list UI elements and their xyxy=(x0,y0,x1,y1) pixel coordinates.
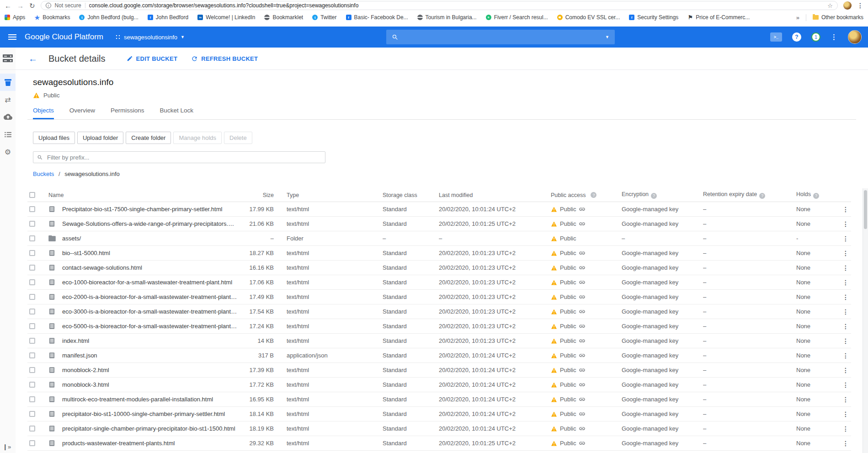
help-icon[interactable] xyxy=(759,193,765,199)
hamburger-menu-icon[interactable] xyxy=(8,34,16,40)
row-menu-button[interactable]: ⋮ xyxy=(840,220,851,228)
object-name-link[interactable]: eco-5000-is-a-bioreactor-for-a-small-was… xyxy=(62,323,237,330)
row-menu-button[interactable]: ⋮ xyxy=(840,425,851,432)
row-menu-button[interactable]: ⋮ xyxy=(840,323,851,330)
row-checkbox[interactable] xyxy=(27,323,48,329)
public-link-icon[interactable] xyxy=(579,308,586,315)
public-link-icon[interactable] xyxy=(579,206,586,213)
public-link-icon[interactable] xyxy=(579,410,586,417)
public-link-icon[interactable] xyxy=(579,425,586,432)
object-name-link[interactable]: contact-sewage-solutions.html xyxy=(62,264,237,271)
row-checkbox[interactable] xyxy=(27,352,48,358)
bookmark-star-icon[interactable]: ☆ xyxy=(827,2,833,9)
search-dropdown-icon[interactable]: ▼ xyxy=(605,35,609,39)
row-checkbox[interactable] xyxy=(27,250,48,256)
row-checkbox[interactable] xyxy=(27,338,48,344)
bookmark-item[interactable]: Price of E-Commerc... xyxy=(687,14,750,21)
filter-input[interactable] xyxy=(46,154,321,161)
gcp-more-menu-icon[interactable]: ⋮ xyxy=(831,33,838,41)
public-link-icon[interactable] xyxy=(579,440,586,447)
help-icon[interactable] xyxy=(591,192,596,198)
object-name-link[interactable]: precipitator-bio-st1-10000-single-chambe… xyxy=(62,410,237,417)
project-selector[interactable]: sewagesolutionsinfo ▼ xyxy=(115,34,185,41)
upload-files-button[interactable]: Upload files xyxy=(33,132,75,144)
row-checkbox[interactable] xyxy=(27,309,48,314)
bookmark-item[interactable]: John Bedford xyxy=(148,14,188,21)
bookmark-item[interactable]: Tourism in Bulgaria... xyxy=(417,14,477,21)
row-menu-button[interactable]: ⋮ xyxy=(840,337,851,345)
row-menu-button[interactable]: ⋮ xyxy=(840,308,851,315)
row-checkbox[interactable] xyxy=(27,382,48,388)
bookmark-item[interactable]: Security Settings xyxy=(629,14,678,21)
row-menu-button[interactable]: ⋮ xyxy=(840,250,851,257)
object-name-link[interactable]: bio--st1-5000.html xyxy=(62,250,237,256)
row-checkbox[interactable] xyxy=(27,279,48,285)
public-link-icon[interactable] xyxy=(579,250,586,256)
back-arrow-icon[interactable]: ← xyxy=(28,53,37,64)
object-name-link[interactable]: eco-1000-bioreactor-for-a-small-wastewat… xyxy=(62,279,237,286)
row-checkbox[interactable] xyxy=(27,294,48,300)
tab-overview[interactable]: Overview xyxy=(69,107,95,119)
sidebar-item-settings[interactable]: ⚙ xyxy=(0,143,16,160)
select-all-checkbox[interactable] xyxy=(27,192,48,198)
browser-menu-icon[interactable]: ⋮ xyxy=(857,2,863,9)
public-link-icon[interactable] xyxy=(579,352,586,359)
sidebar-item-jobs[interactable] xyxy=(0,126,16,143)
public-link-icon[interactable] xyxy=(579,367,586,373)
row-menu-button[interactable]: ⋮ xyxy=(840,410,851,418)
row-menu-button[interactable]: ⋮ xyxy=(840,367,851,374)
bookmark-item[interactable]: Twitter xyxy=(312,14,336,21)
row-checkbox[interactable] xyxy=(27,235,48,241)
gcp-product-name[interactable]: Google Cloud Platform xyxy=(25,32,103,42)
sidebar-item-transfer[interactable]: ⇄ xyxy=(0,91,16,108)
cloud-shell-icon[interactable] xyxy=(770,32,782,42)
bookmark-item[interactable]: Basic- Facebook De... xyxy=(346,14,408,21)
bookmark-item[interactable]: Comodo EV SSL cer... xyxy=(557,14,620,21)
account-avatar[interactable] xyxy=(848,30,862,44)
info-icon[interactable] xyxy=(46,3,51,8)
other-bookmarks[interactable]: Other bookmarks xyxy=(813,14,863,21)
public-link-icon[interactable] xyxy=(579,293,586,300)
row-menu-button[interactable]: ⋮ xyxy=(840,206,851,213)
object-name-link[interactable]: monoblock-3.html xyxy=(62,381,237,388)
public-link-icon[interactable] xyxy=(579,337,586,344)
notifications-badge[interactable]: 1 xyxy=(811,32,820,42)
storage-product-icon[interactable] xyxy=(0,48,16,70)
help-icon[interactable]: ? xyxy=(792,32,801,42)
panel-expand-icon[interactable]: ❙» xyxy=(3,443,11,450)
public-link-icon[interactable] xyxy=(579,381,586,388)
object-name-link[interactable]: Precipitator-bio-st1-7500-single-chamber… xyxy=(62,206,237,213)
row-menu-button[interactable]: ⋮ xyxy=(840,440,851,447)
row-menu-button[interactable]: ⋮ xyxy=(840,235,851,242)
forward-icon[interactable]: → xyxy=(17,2,24,9)
object-name-link[interactable]: eco-2000-is-a-bioreactor-for-a-small-was… xyxy=(62,293,237,300)
scrollbar-track[interactable] xyxy=(863,188,868,453)
bookmark-item[interactable]: John Bedford (bulg... xyxy=(79,14,138,21)
bookmark-item[interactable]: Fiverr / Search resul... xyxy=(486,14,548,21)
bookmark-item[interactable]: Welcome! | LinkedIn xyxy=(197,14,255,21)
object-name-link[interactable]: multirock-eco-treatment-modules-parallel… xyxy=(62,396,237,403)
upload-folder-button[interactable]: Upload folder xyxy=(77,132,123,144)
refresh-bucket-button[interactable]: REFRESH BUCKET xyxy=(191,55,258,62)
bookmark-item[interactable]: Apps xyxy=(5,14,25,21)
object-name-link[interactable]: index.html xyxy=(62,337,237,344)
bookmark-item[interactable]: Bookmarklet xyxy=(264,14,303,21)
row-menu-button[interactable]: ⋮ xyxy=(840,264,851,272)
row-checkbox[interactable] xyxy=(27,221,48,227)
help-icon[interactable] xyxy=(651,193,657,199)
row-menu-button[interactable]: ⋮ xyxy=(840,279,851,286)
object-name-link[interactable]: monoblock-2.html xyxy=(62,367,237,373)
row-checkbox[interactable] xyxy=(27,396,48,402)
public-link-icon[interactable] xyxy=(579,323,586,330)
tab-bucket-lock[interactable]: Bucket Lock xyxy=(160,107,194,119)
public-link-icon[interactable] xyxy=(579,220,586,227)
tab-objects[interactable]: Objects xyxy=(33,107,54,119)
public-link-icon[interactable] xyxy=(579,279,586,286)
row-checkbox[interactable] xyxy=(27,206,48,212)
public-link-icon[interactable] xyxy=(579,264,586,271)
row-menu-button[interactable]: ⋮ xyxy=(840,381,851,389)
sidebar-item-transfer-appliance[interactable] xyxy=(0,108,16,126)
object-name-link[interactable]: products-wastewater-treatment-plants.htm… xyxy=(62,440,237,447)
row-menu-button[interactable]: ⋮ xyxy=(840,396,851,403)
row-checkbox[interactable] xyxy=(27,265,48,271)
